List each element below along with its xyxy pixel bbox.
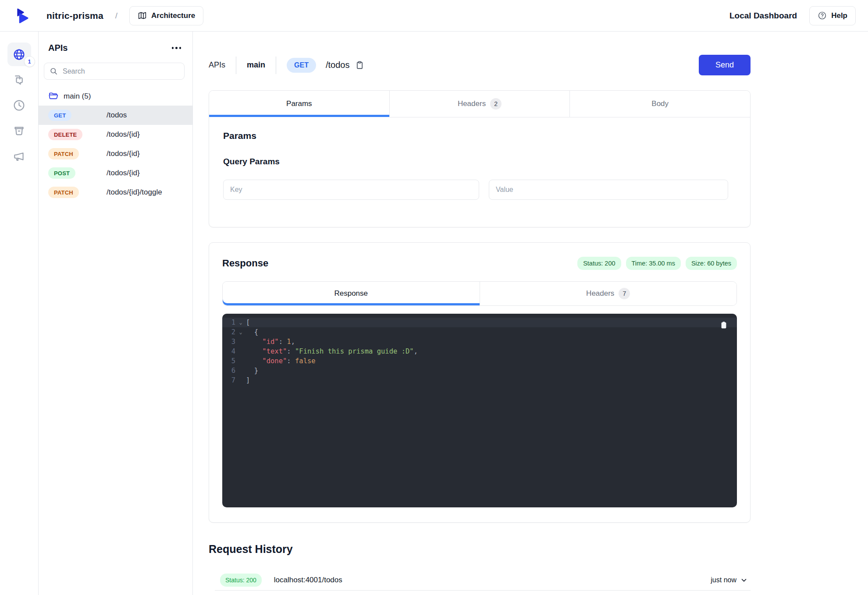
code-text: "text": "Finish this prisma guide :D", [246,347,418,356]
code-text: "done": false [246,356,316,366]
method-badge: PATCH [48,148,79,159]
query-params-title: Query Params [223,157,736,166]
code-text: { [246,327,258,337]
response-code-editor[interactable]: 1⌄[2⌄ {3 "id": 1,4 "text": "Finish this … [222,314,737,507]
fold-spacer [235,347,246,356]
response-tabbar: ResponseHeaders7 [222,281,737,306]
method-badge: POST [48,167,75,179]
search-input[interactable] [44,63,185,80]
copy-path-button[interactable] [355,60,364,70]
fold-arrow-icon[interactable]: ⌄ [235,327,246,337]
line-number: 1 [222,318,235,327]
history-row[interactable]: Status: 200localhost:4001/todosjust now [215,570,751,591]
code-line: 2⌄ { [222,327,737,337]
folder-icon [48,91,58,101]
tab-label: Body [651,99,669,108]
endpoint-row[interactable]: POST/todos/{id} [39,163,192,183]
code-lines: 1⌄[2⌄ {3 "id": 1,4 "text": "Finish this … [222,318,737,385]
endpoint-row[interactable]: DELETE/todos/{id} [39,125,192,144]
tab-label: Params [286,99,312,108]
apis-panel: APIs main (5) GET/todosDELETE/todos/{id}… [39,32,193,595]
endpoint-row[interactable]: GET/todos [39,106,192,125]
rail-item-apis[interactable]: 1 [7,42,31,66]
history-status-badge: Status: 200 [220,574,262,587]
tab-body[interactable]: Body [570,91,750,117]
fold-arrow-icon[interactable]: ⌄ [235,318,246,327]
help-button[interactable]: Help [809,6,856,25]
code-line: 7] [222,375,737,385]
search-icon [50,67,58,75]
main-content: APIs main GET /todos Send ParamsHeaders2… [193,32,868,595]
endpoint-path: /todos [107,111,127,120]
chat-bubbles-icon [13,74,25,86]
breadcrumb-api: main [247,60,265,70]
help-icon [818,11,827,20]
code-text: [ [246,318,250,327]
header-separator: / [115,11,117,21]
project-title: nitric-prisma [46,11,103,21]
local-dashboard-label: Local Dashboard [729,11,797,21]
api-folder[interactable]: main (5) [48,91,192,101]
code-line: 4 "text": "Finish this prisma guide :D", [222,347,737,356]
clipboard-icon [355,60,364,70]
response-badges: Status: 200Time: 35.00 msSize: 60 bytes [577,257,737,270]
response-status-badge: Time: 35.00 ms [626,257,681,270]
line-number: 7 [222,375,235,385]
history-time-toggle[interactable]: just now [711,576,748,584]
nitric-logo-icon [13,7,31,25]
tab-params[interactable]: Params [209,91,390,117]
clipboard-icon [719,321,728,329]
globe-icon [13,48,25,61]
tab-headers[interactable]: Headers2 [390,91,570,117]
query-key-input[interactable] [223,180,479,200]
line-number: 6 [222,366,235,375]
architecture-button[interactable]: Architecture [129,6,203,25]
copy-response-button[interactable] [719,321,728,331]
line-number: 4 [222,347,235,356]
help-label: Help [831,11,847,20]
endpoint-path: /todos/{id} [107,169,140,177]
line-number: 5 [222,356,235,366]
code-line: 5 "done": false [222,356,737,366]
rail-item-websockets[interactable] [7,68,31,92]
panel-title: APIs [48,43,68,53]
map-icon [138,11,147,20]
clock-icon [13,99,25,112]
code-text: ] [246,375,250,385]
folder-label: main (5) [64,92,91,101]
endpoint-path: /todos/{id} [107,130,140,139]
tab-count-badge: 2 [490,98,502,110]
response-tab-response[interactable]: Response [223,282,480,305]
endpoint-row[interactable]: PATCH/todos/{id}/toggle [39,183,192,202]
icon-rail: 1 [0,32,39,595]
breadcrumb: APIs main GET /todos [209,57,364,74]
endpoint-list: GET/todosDELETE/todos/{id}PATCH/todos/{i… [39,106,192,202]
fold-spacer [235,375,246,385]
rail-item-storage[interactable] [7,119,31,142]
query-value-input[interactable] [489,180,728,200]
send-button[interactable]: Send [699,55,751,75]
line-number: 3 [222,337,235,347]
response-tab-label: Headers [586,289,614,298]
rail-item-topics[interactable] [7,144,31,168]
request-tabbar: ParamsHeaders2Body [209,91,750,117]
fold-spacer [235,356,246,366]
response-tab-label: Response [334,289,368,298]
breadcrumb-root: APIs [209,60,225,70]
endpoint-row[interactable]: PATCH/todos/{id} [39,144,192,163]
tab-label: Headers [458,99,486,108]
bucket-icon [13,124,25,137]
history-url: localhost:4001/todos [274,576,342,584]
architecture-label: Architecture [151,11,195,20]
method-badge: GET [48,110,71,121]
breadcrumb-path: /todos [326,60,349,70]
api-count-badge: 1 [24,56,35,67]
rail-item-schedules[interactable] [7,93,31,117]
fold-spacer [235,366,246,375]
response-status-badge: Status: 200 [577,257,621,270]
panel-menu-button[interactable] [171,44,182,52]
code-text: "id": 1, [246,337,295,347]
params-title: Params [223,131,736,141]
method-badge: PATCH [48,187,79,198]
response-tab-headers[interactable]: Headers7 [480,282,737,305]
